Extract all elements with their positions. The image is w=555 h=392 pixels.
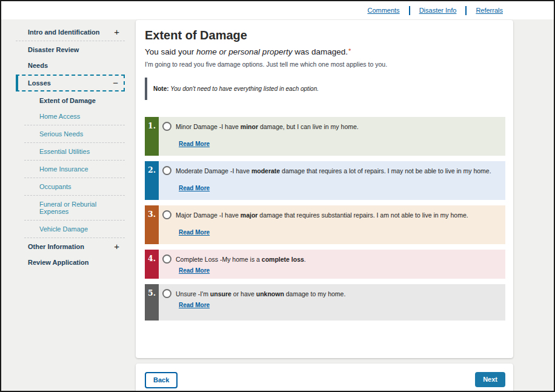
sidebar-item-intro-and-identification[interactable]: Intro and Identification+ — [16, 24, 125, 40]
read-more-link-4[interactable]: Read More — [179, 267, 210, 274]
back-button[interactable]: Back — [145, 372, 178, 388]
note-text: You don't need to have everything listed… — [169, 85, 319, 92]
nav-link-disaster-info[interactable]: Disaster Info — [419, 7, 457, 14]
active-section-indicator — [16, 75, 18, 91]
radio-button-2[interactable] — [162, 166, 171, 175]
option-label: Moderate Damage -I have moderate damage … — [176, 166, 491, 174]
sidebar-subitem-occupants[interactable]: Occupants — [16, 179, 125, 194]
question-italic-phrase: home or personal property — [196, 47, 292, 56]
option-row-4: 4.Complete Loss -My home is a complete l… — [145, 250, 505, 279]
sidebar: Intro and Identification+Disaster Review… — [1, 19, 136, 391]
option-content: Unsure -I'm unsure or have unknown damag… — [159, 284, 505, 321]
option-row-5: 5.Unsure -I'm unsure or have unknown dam… — [145, 284, 505, 321]
option-content: Major Damage -I have major damage that r… — [159, 205, 505, 244]
option-content: Complete Loss -My home is a complete los… — [159, 250, 505, 279]
option-line: Complete Loss -My home is a complete los… — [162, 254, 499, 264]
sidebar-divider — [24, 125, 125, 125]
sidebar-subitem-home-access[interactable]: Home Access — [16, 108, 125, 124]
required-asterisk: * — [348, 47, 351, 55]
option-row-1: 1.Minor Damage -I have minor damage, but… — [145, 117, 505, 156]
question-text: You said your home or personal property … — [145, 47, 505, 56]
nav-link-referrals[interactable]: Referrals — [476, 7, 503, 14]
nav-link-comments[interactable]: Comments — [367, 7, 399, 14]
nav-separator — [465, 6, 467, 15]
main-card: Extent of Damage You said your home or p… — [136, 20, 513, 358]
note-box: Note: You don't need to have everything … — [145, 78, 505, 100]
sidebar-item-label: Losses — [28, 79, 51, 87]
expand-plus-icon[interactable]: + — [114, 29, 121, 35]
option-row-3: 3.Major Damage -I have major damage that… — [145, 205, 505, 244]
option-number: 1. — [148, 121, 156, 130]
next-button[interactable]: Next — [475, 372, 505, 387]
sidebar-subitem-serious-needs[interactable]: Serious Needs — [16, 126, 125, 142]
option-number: 2. — [148, 165, 156, 174]
sidebar-item-label: Intro and Identification — [28, 28, 100, 36]
page-title: Extent of Damage — [145, 28, 505, 42]
top-bar: Comments Disaster Info Referrals — [1, 1, 554, 19]
sidebar-divider — [24, 220, 125, 221]
option-label: Complete Loss -My home is a complete los… — [176, 254, 306, 263]
sidebar-subitem-extent-of-damage[interactable]: Extent of Damage — [16, 93, 125, 108]
option-content: Moderate Damage -I have moderate damage … — [159, 161, 505, 200]
damage-options-list: 1.Minor Damage -I have minor damage, but… — [145, 117, 505, 321]
sidebar-item-losses[interactable]: Losses− — [16, 75, 125, 91]
option-label: Minor Damage -I have minor damage, but I… — [176, 122, 359, 130]
sidebar-subitem-funeral-or-reburial-expenses[interactable]: Funeral or Reburial Expenses — [16, 196, 125, 219]
read-more-link-5[interactable]: Read More — [179, 302, 210, 308]
instruction-text: I'm going to read you five damage option… — [145, 61, 505, 68]
sidebar-divider — [24, 142, 125, 143]
option-line: Moderate Damage -I have moderate damage … — [162, 166, 499, 175]
option-number: 3. — [148, 210, 156, 219]
note-label: Note: — [153, 85, 169, 92]
sidebar-item-label: Review Application — [28, 259, 88, 266]
read-more-link-2[interactable]: Read More — [179, 185, 210, 191]
sidebar-subitem-essential-utilities[interactable]: Essential Utilities — [16, 144, 125, 159]
option-number: 4. — [148, 254, 156, 263]
sidebar-item-review-application[interactable]: Review Application — [16, 254, 125, 270]
read-more-link-3[interactable]: Read More — [179, 229, 210, 236]
sidebar-item-label: Disaster Review — [28, 46, 79, 53]
option-label: Major Damage -I have major damage that r… — [176, 210, 468, 219]
radio-button-4[interactable] — [162, 254, 171, 264]
option-line: Unsure -I'm unsure or have unknown damag… — [162, 289, 499, 298]
option-number-block: 1. — [145, 117, 159, 156]
application-window: Comments Disaster Info Referrals Intro a… — [0, 0, 555, 392]
option-number: 5. — [148, 288, 156, 297]
option-number-block: 2. — [145, 161, 159, 200]
sidebar-subitem-home-insurance[interactable]: Home Insurance — [16, 161, 125, 177]
nav-separator — [409, 6, 410, 15]
sidebar-nav: Intro and Identification+Disaster Review… — [16, 24, 125, 270]
sidebar-divider — [16, 41, 125, 41]
top-navigation: Comments Disaster Info Referrals — [367, 6, 503, 15]
option-number-block: 4. — [145, 250, 159, 279]
read-more-link-1[interactable]: Read More — [179, 141, 210, 147]
option-line: Minor Damage -I have minor damage, but I… — [162, 122, 499, 131]
radio-button-3[interactable] — [162, 210, 171, 219]
sidebar-item-other-information[interactable]: Other Information+ — [16, 239, 125, 254]
footer-bar: Back Next — [136, 364, 513, 391]
expand-plus-icon[interactable]: + — [114, 244, 121, 250]
option-line: Major Damage -I have major damage that r… — [162, 210, 499, 219]
option-row-2: 2.Moderate Damage -I have moderate damag… — [145, 161, 505, 200]
sidebar-divider — [24, 178, 125, 178]
content-region: Intro and Identification+Disaster Review… — [1, 19, 554, 391]
option-content: Minor Damage -I have minor damage, but I… — [159, 117, 505, 156]
main-column: Extent of Damage You said your home or p… — [136, 19, 513, 391]
radio-button-5[interactable] — [162, 289, 171, 298]
radio-button-1[interactable] — [162, 122, 171, 131]
option-number-block: 3. — [145, 205, 159, 244]
sidebar-divider — [24, 195, 125, 196]
sidebar-divider — [24, 238, 125, 238]
option-label: Unsure -I'm unsure or have unknown damag… — [176, 289, 345, 297]
sidebar-subitem-vehicle-damage[interactable]: Vehicle Damage — [16, 221, 125, 237]
sidebar-item-needs[interactable]: Needs — [16, 58, 125, 73]
sidebar-item-disaster-review[interactable]: Disaster Review — [16, 42, 125, 58]
sidebar-item-label: Needs — [28, 62, 48, 69]
sidebar-item-label: Other Information — [28, 243, 84, 250]
option-number-block: 5. — [145, 284, 159, 321]
sidebar-divider — [24, 160, 125, 161]
collapse-minus-icon[interactable]: − — [113, 80, 120, 86]
